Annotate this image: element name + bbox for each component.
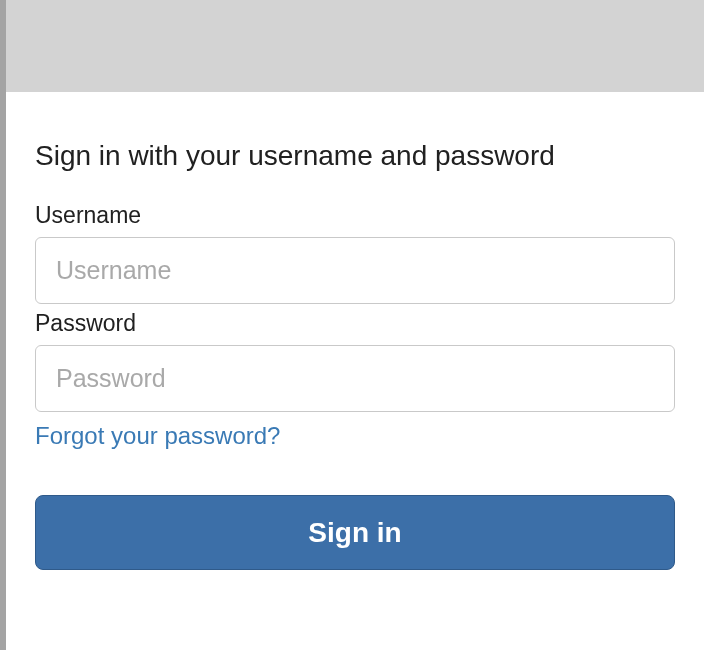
form-title: Sign in with your username and password bbox=[35, 140, 675, 172]
username-label: Username bbox=[35, 202, 675, 229]
top-banner bbox=[6, 0, 704, 92]
signin-form: Sign in with your username and password … bbox=[35, 140, 675, 570]
username-input[interactable] bbox=[35, 237, 675, 304]
password-label: Password bbox=[35, 310, 675, 337]
password-input[interactable] bbox=[35, 345, 675, 412]
left-border bbox=[0, 0, 6, 650]
forgot-password-link[interactable]: Forgot your password? bbox=[35, 422, 280, 450]
signin-button[interactable]: Sign in bbox=[35, 495, 675, 570]
